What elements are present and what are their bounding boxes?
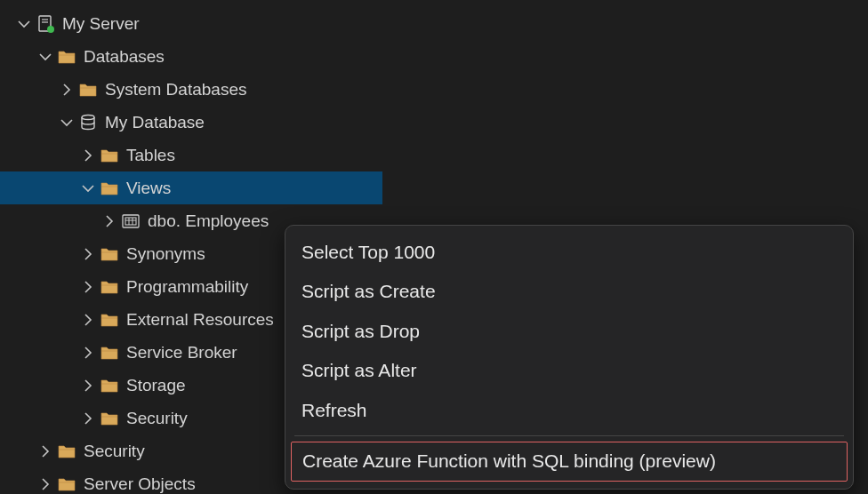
tree-label: Security [126,409,188,428]
tree-label: System Databases [105,80,246,100]
tree-label: Security [84,442,145,461]
tree-item-server[interactable]: My Server [0,7,382,40]
chevron-right-icon[interactable] [37,476,53,492]
tree-label: Programmability [126,277,248,297]
chevron-right-icon[interactable] [80,279,96,295]
database-icon [78,113,98,132]
menu-item-script-create[interactable]: Script as Create [285,272,853,311]
folder-icon [100,244,119,264]
tree-item-tables[interactable]: Tables [0,139,382,171]
tree-label: Service Broker [126,343,237,363]
menu-item-refresh[interactable]: Refresh [285,391,853,430]
folder-icon [100,343,119,363]
view-icon [121,211,141,231]
tree-label: My Server [62,14,140,34]
tree-label: Tables [126,146,175,165]
chevron-right-icon[interactable] [80,410,96,426]
chevron-right-icon[interactable] [59,82,75,98]
tree-label: dbo. Employees [148,211,269,231]
tree-label: Databases [84,47,165,67]
tree-label: Storage [126,376,186,395]
chevron-right-icon[interactable] [101,213,117,229]
tree-item-my-database[interactable]: My Database [0,106,382,139]
folder-icon [100,146,119,165]
chevron-right-icon[interactable] [80,312,96,328]
folder-icon [100,310,119,330]
tree-label: External Resources [126,310,274,330]
tree-item-views[interactable]: Views [0,171,382,204]
chevron-right-icon[interactable] [80,345,96,361]
tree-item-databases[interactable]: Databases [0,40,382,73]
server-icon [36,14,55,34]
tree-label: Server Objects [84,474,196,494]
menu-separator [294,435,844,436]
chevron-down-icon[interactable] [59,115,75,131]
menu-item-create-azure-function[interactable]: Create Azure Function with SQL binding (… [291,442,848,481]
folder-icon [100,376,119,395]
chevron-down-icon[interactable] [37,49,53,65]
chevron-down-icon[interactable] [16,16,32,32]
context-menu: Select Top 1000 Script as Create Script … [285,225,854,490]
folder-icon [100,277,119,297]
tree-item-system-databases[interactable]: System Databases [0,73,382,106]
folder-icon [57,474,76,494]
folder-icon [100,179,119,198]
folder-icon [57,442,76,461]
menu-item-script-alter[interactable]: Script as Alter [285,351,853,390]
menu-item-select-top[interactable]: Select Top 1000 [285,233,853,272]
tree-label: Views [126,179,171,198]
folder-icon [78,80,98,100]
chevron-right-icon[interactable] [80,147,96,163]
tree-label: My Database [105,113,205,132]
menu-item-script-drop[interactable]: Script as Drop [285,312,853,351]
chevron-right-icon[interactable] [80,246,96,262]
chevron-down-icon[interactable] [80,180,96,196]
chevron-right-icon[interactable] [80,378,96,394]
folder-icon [57,47,76,67]
tree-label: Synonyms [126,244,205,264]
folder-icon [100,409,119,428]
chevron-right-icon[interactable] [37,443,53,459]
